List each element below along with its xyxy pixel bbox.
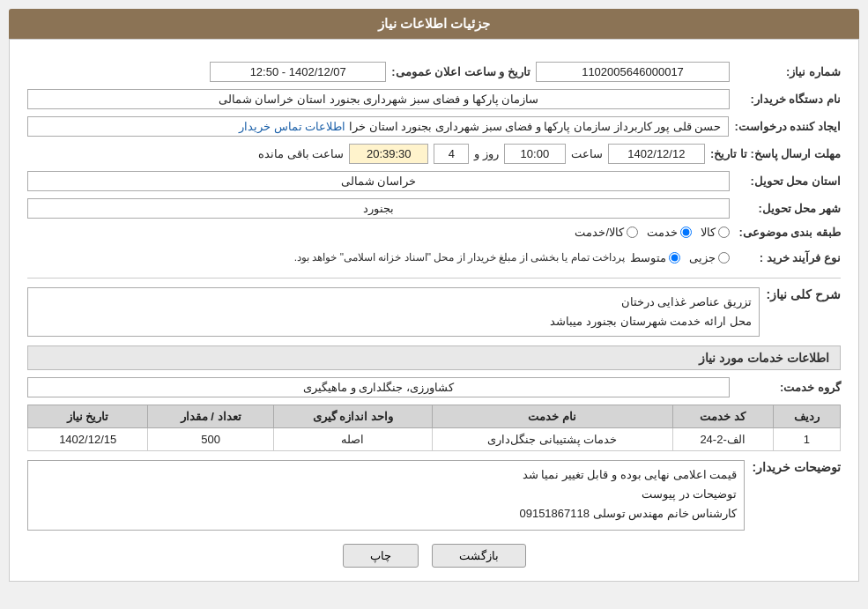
radio-motavasset[interactable]: متوسط <box>630 251 680 264</box>
radio-motavasset-input[interactable] <box>669 252 680 264</box>
radio-khedmat-input[interactable] <box>680 227 692 238</box>
value-ostan: خراسان شمالی <box>27 171 730 191</box>
khadamat-section-title: اطلاعات خدمات مورد نیاز <box>27 345 841 370</box>
cell-code: الف-2-24 <box>672 428 773 451</box>
tozihat-line1: قیمت اعلامی نهایی بوده و قابل تغییر نمیا… <box>35 465 737 485</box>
radio-khedmat[interactable]: خدمت <box>647 226 692 239</box>
value-goroh: کشاورزی، جنگلداری و ماهیگیری <box>27 377 730 397</box>
value-nam-dastgah: سازمان پارکها و فضای سبز شهرداری بجنورد … <box>27 89 730 109</box>
chap-button[interactable]: چاپ <box>343 544 419 568</box>
services-table: ردیف کد خدمت نام خدمت واحد اندازه گیری ت… <box>27 405 841 451</box>
radio-kala-label: کالا <box>701 226 716 239</box>
table-row: 1الف-2-24خدمات پشتیبانی جنگل‌داریاصله500… <box>28 428 841 451</box>
value-shomara-niaz: 1102005646000017 <box>536 62 730 82</box>
col-name: نام خدمت <box>432 405 672 428</box>
cell-name: خدمات پشتیبانی جنگل‌داری <box>432 428 672 451</box>
col-tarikh: تاریخ نیاز <box>28 405 148 428</box>
label-goroh: گروه خدمت: <box>735 381 841 394</box>
col-tedad: تعداد / مقدار <box>148 405 274 428</box>
label-sharh: شرح کلی نیاز: <box>767 287 841 301</box>
value-mohlat-baqi: 20:39:30 <box>349 144 428 164</box>
ijad-text: حسن قلی پور کاربرداز سازمان پارکها و فضا… <box>349 120 721 133</box>
bazgasht-button[interactable]: بازگشت <box>432 544 526 568</box>
label-ijad: ایجاد کننده درخواست: <box>734 120 841 133</box>
value-tarikh: 1402/12/07 - 12:50 <box>210 62 386 82</box>
label-noe-farayand: نوع فرآیند خرید : <box>735 251 841 264</box>
value-shahr: بجنورد <box>27 198 730 219</box>
cell-radif: 1 <box>773 428 840 451</box>
label-tabaqe: طبقه بندی موضوعی: <box>735 226 841 239</box>
ijad-link[interactable]: اطلاعات تماس خریدار <box>239 120 345 133</box>
button-row: بازگشت چاپ <box>27 544 841 568</box>
sharh-line2: محل ارائه خدمت شهرستان بجنورد میباشد <box>35 312 752 331</box>
page-header: جزئیات اطلاعات نیاز <box>9 9 859 39</box>
radio-jozi[interactable]: جزیی <box>689 251 730 264</box>
label-shahr: شهر محل تحویل: <box>735 202 841 215</box>
radio-kala-khedmat-label: کالا/خدمت <box>575 226 624 239</box>
value-sharh: تزریق عناصر غذایی درختان محل ارائه خدمت … <box>27 287 760 337</box>
label-mohlat: مهلت ارسال پاسخ: تا تاریخ: <box>710 147 841 160</box>
label-ostan: استان محل تحویل: <box>735 175 841 188</box>
value-mohlat-date: 1402/12/12 <box>608 144 705 164</box>
radio-jozi-input[interactable] <box>718 252 730 264</box>
value-mohlat-saat: 10:00 <box>504 144 566 164</box>
label-tarikh: تاریخ و ساعت اعلان عمومی: <box>391 65 530 78</box>
radio-kala-khedmat-input[interactable] <box>627 227 638 238</box>
sharh-line1: تزریق عناصر غذایی درختان <box>35 293 752 312</box>
value-ijad: حسن قلی پور کاربرداز سازمان پارکها و فضا… <box>27 116 729 137</box>
page-title: جزئیات اطلاعات نیاز <box>378 16 490 31</box>
col-radif: ردیف <box>773 405 840 428</box>
cell-vahed: اصله <box>273 428 432 451</box>
label-nam-dastgah: نام دستگاه خریدار: <box>735 93 841 106</box>
label-saat: ساعت <box>571 147 603 160</box>
label-shomara-niaz: شماره نیاز: <box>735 65 841 78</box>
farayand-note: پرداخت تمام یا بخشی از مبلغ خریدار از مح… <box>27 251 625 264</box>
radio-jozi-label: جزیی <box>689 251 716 264</box>
value-mohlat-rooz: 4 <box>434 144 469 164</box>
col-code: کد خدمت <box>672 405 773 428</box>
tabaqe-radio-group: کالا خدمت کالا/خدمت <box>575 226 730 239</box>
tozihat-line2: توضیحات در پیوست <box>35 485 737 504</box>
label-rooz: روز و <box>474 147 499 160</box>
cell-tedad: 500 <box>148 428 274 451</box>
label-baqi: ساعت باقی مانده <box>258 147 344 160</box>
label-tozihat: توضیحات خریدار: <box>752 460 841 474</box>
cell-tarikh: 1402/12/15 <box>28 428 148 451</box>
col-vahed: واحد اندازه گیری <box>273 405 432 428</box>
radio-kala-input[interactable] <box>718 227 730 238</box>
tozihat-line3: کارشناس خانم مهندس توسلی 09151867118 <box>35 504 737 524</box>
noe-farayand-radio-group: جزیی متوسط <box>630 251 730 264</box>
radio-motavasset-label: متوسط <box>630 251 666 264</box>
radio-khedmat-label: خدمت <box>647 226 678 239</box>
radio-kala[interactable]: کالا <box>701 226 730 239</box>
radio-kala-khedmat[interactable]: کالا/خدمت <box>575 226 638 239</box>
value-tozihat: قیمت اعلامی نهایی بوده و قابل تغییر نمیا… <box>27 460 745 531</box>
